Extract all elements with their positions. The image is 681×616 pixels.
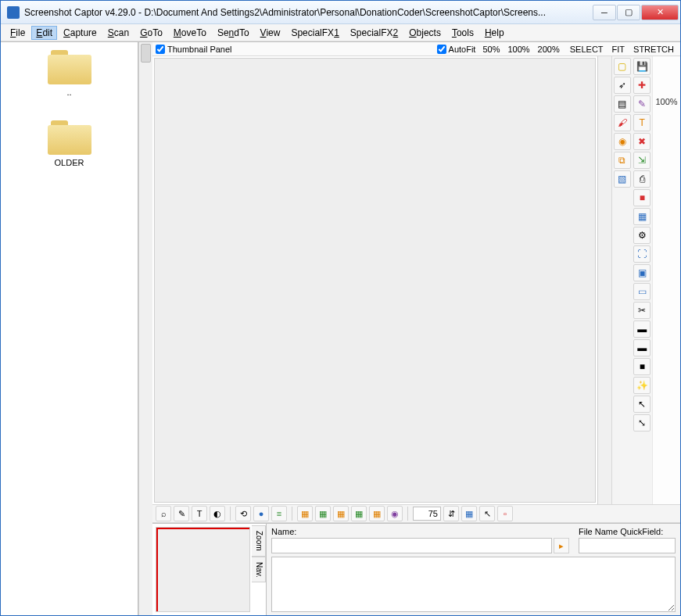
autofit-label: AutoFit [449, 45, 476, 54]
fx5-icon[interactable]: ▦ [369, 506, 385, 521]
color-icon[interactable]: ◉ [387, 506, 403, 521]
export-icon[interactable]: ⇲ [633, 152, 651, 169]
text-icon[interactable]: T [633, 114, 651, 131]
cursor-icon[interactable]: ↖ [633, 396, 651, 413]
crop-icon[interactable]: ✂ [633, 302, 651, 319]
arrow-icon[interactable]: ➶ [614, 77, 631, 94]
tool-column-1: ▢➶▤🖌◉⧉▧ [612, 56, 633, 504]
quickfield-input[interactable] [579, 538, 676, 553]
expand-icon[interactable]: ⛶ [633, 245, 651, 263]
menu-scan[interactable]: Scan [103, 26, 134, 40]
fit-options: SELECTFITSTRETCH [567, 45, 677, 54]
select-icon[interactable]: ▣ [633, 264, 651, 281]
panel2-icon[interactable]: ▬ [633, 339, 651, 356]
scrollbar-thumb[interactable] [141, 44, 151, 63]
autofit-checkbox-input[interactable] [437, 45, 446, 54]
menu-view[interactable]: View [256, 26, 285, 40]
maximize-button[interactable]: ▢ [617, 5, 640, 20]
save-icon[interactable]: 💾 [633, 58, 651, 75]
center-column: Thumbnail Panel AutoFit 50%100%200% SELE… [152, 42, 680, 615]
photo-icon[interactable]: ▦ [633, 208, 651, 225]
titlebar: Screenshot Captor v4.29.0 - D:\Document … [1, 1, 680, 24]
canvas-scrollbar[interactable] [597, 56, 611, 504]
menu-moveto[interactable]: MoveTo [169, 26, 211, 40]
name-input[interactable] [271, 538, 552, 553]
menu-specialfx1[interactable]: SpecialFX1 [286, 26, 343, 40]
menu-edit[interactable]: Edit [31, 26, 57, 40]
image-icon[interactable]: ▧ [614, 170, 631, 188]
app-icon [7, 6, 20, 19]
link-icon[interactable]: ⚙ [633, 227, 651, 244]
main-area: ..OLDER Thumbnail Panel AutoFit 50%100%2… [1, 41, 680, 615]
delete-icon[interactable]: ✖ [633, 133, 651, 150]
fit-option-stretch[interactable]: STRETCH [630, 45, 677, 54]
text-box-icon[interactable]: ▤ [614, 95, 631, 113]
tab-zoom[interactable]: Zoom [252, 525, 266, 557]
close-button[interactable]: ✕ [641, 5, 679, 20]
zoom-level-200%[interactable]: 200% [536, 45, 562, 54]
menu-goto[interactable]: GoTo [135, 26, 167, 40]
menu-file[interactable]: File [5, 26, 30, 40]
folder-item[interactable]: OLDER [48, 120, 91, 167]
scan2-icon[interactable]: ✎ [174, 506, 189, 521]
pdf-icon[interactable]: ▫ [497, 506, 513, 521]
menubar: FileEditCaptureScanGoToMoveToSendToViewS… [1, 24, 680, 41]
scanner-icon[interactable]: ⌕ [156, 506, 171, 521]
list-icon[interactable]: ≡ [271, 506, 287, 521]
folder-item[interactable]: .. [48, 50, 91, 97]
blur-icon[interactable]: ◉ [614, 133, 631, 150]
zoom-preview[interactable] [156, 527, 250, 612]
rotate-icon[interactable]: ⟲ [235, 506, 251, 521]
ocr-icon[interactable]: T [192, 506, 207, 521]
tab-nav[interactable]: Nav. [252, 557, 266, 583]
web-icon[interactable]: ● [253, 506, 269, 521]
lower-pane: Zoom Nav. Name: ▸ [152, 523, 680, 615]
menu-sendto[interactable]: SendTo [213, 26, 254, 40]
minimize-button[interactable]: ─ [593, 5, 616, 20]
globe-icon[interactable]: ◐ [210, 506, 225, 521]
menu-tools[interactable]: Tools [447, 26, 478, 40]
size-spinner[interactable] [413, 507, 441, 521]
name-field-group: Name: ▸ [271, 527, 569, 553]
resize-icon[interactable]: ⤡ [633, 414, 651, 432]
brush-icon[interactable]: 🖌 [614, 114, 631, 131]
panel-header: Thumbnail Panel AutoFit 50%100%200% SELE… [152, 42, 680, 56]
print-icon[interactable]: ⎙ [633, 170, 651, 188]
fx2-icon[interactable]: ▦ [315, 506, 331, 521]
stepper-icon[interactable]: ⇵ [443, 506, 459, 521]
edit-icon[interactable]: ✎ [633, 95, 651, 113]
file-panel-scrollbar[interactable] [138, 42, 152, 615]
panel3-icon[interactable]: ■ [633, 358, 651, 375]
zoom-level-100%[interactable]: 100% [505, 45, 532, 54]
autofit-checkbox[interactable]: AutoFit [437, 45, 476, 54]
menu-specialfx2[interactable]: SpecialFX2 [346, 26, 403, 40]
fit-option-select[interactable]: SELECT [567, 45, 607, 54]
menu-objects[interactable]: Objects [404, 26, 446, 40]
pointer-icon[interactable]: ↖ [479, 506, 495, 521]
copy-icon[interactable]: ⧉ [614, 152, 631, 169]
zoom-level-50%[interactable]: 50% [480, 45, 502, 54]
add-icon[interactable]: ✚ [633, 77, 651, 94]
grid-icon[interactable]: ▦ [461, 506, 477, 521]
fit-option-fit[interactable]: FIT [609, 45, 629, 54]
name-browse-button[interactable]: ▸ [554, 538, 569, 553]
fx4-icon[interactable]: ▦ [351, 506, 367, 521]
folder-open-icon: ▸ [559, 541, 564, 551]
name-label: Name: [271, 527, 569, 536]
region-icon[interactable]: ▭ [633, 283, 651, 300]
box-icon[interactable]: ■ [633, 189, 651, 206]
menu-capture[interactable]: Capture [59, 26, 102, 40]
panel1-icon[interactable]: ▬ [633, 321, 651, 338]
menu-help[interactable]: Help [480, 26, 509, 40]
file-panel: ..OLDER [1, 42, 138, 615]
fx3-icon[interactable]: ▦ [333, 506, 349, 521]
thumbnail-panel-checkbox[interactable]: Thumbnail Panel [156, 45, 232, 54]
fx1-icon[interactable]: ▦ [297, 506, 313, 521]
preview-canvas[interactable] [154, 58, 596, 503]
wand-icon[interactable]: ✨ [633, 377, 651, 394]
thumbnail-checkbox-input[interactable] [156, 45, 165, 54]
highlight-icon[interactable]: ▢ [614, 58, 631, 75]
bottom-toolbar: ⌕✎T◐⟲●≡▦▦▦▦▦◉⇵▦↖▫ [152, 504, 680, 523]
folder-label: OLDER [55, 158, 84, 167]
notes-textarea[interactable] [271, 557, 676, 612]
